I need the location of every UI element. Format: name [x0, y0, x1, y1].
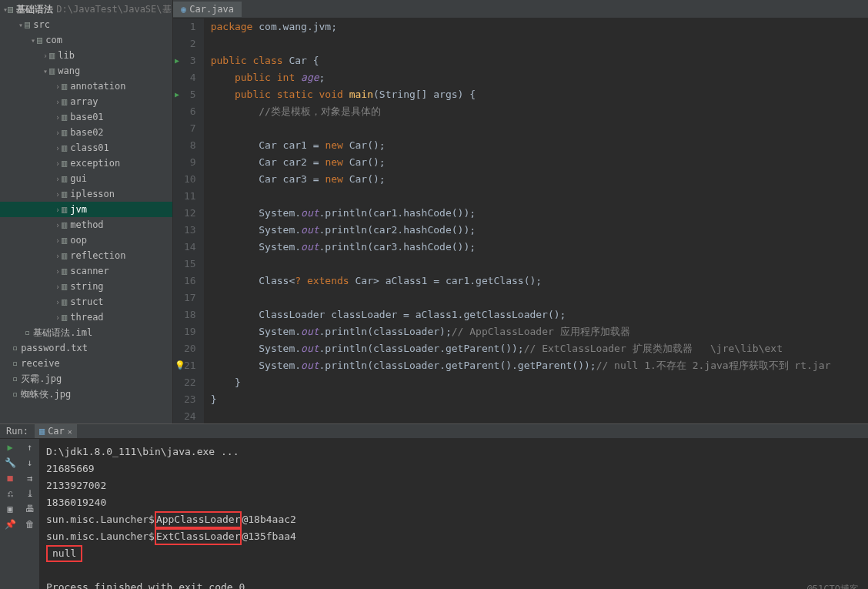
- tree-item-lib[interactable]: ›▥lib: [0, 48, 172, 63]
- code-line[interactable]: System.out.println(car1.hashCode());: [211, 205, 862, 222]
- softwrap-icon[interactable]: ⇉: [27, 473, 32, 484]
- console-text: @18b4aac2: [242, 514, 295, 525]
- run-header: Run: ▦ Car ✕: [0, 424, 868, 439]
- project-root[interactable]: ▾▤基础语法D:\JavaTest\JavaSE\基: [0, 2, 172, 17]
- code-line[interactable]: System.out.println(classLoader);// AppCl…: [211, 323, 862, 340]
- tree-item-receive[interactable]: ▫receive: [0, 356, 172, 371]
- console-line: 2133927002: [46, 480, 106, 491]
- code-line[interactable]: public static void main(String[] args) {: [211, 86, 862, 103]
- tree-item-password.txt[interactable]: ▫password.txt: [0, 340, 172, 356]
- code-line[interactable]: [211, 256, 862, 273]
- gutter-line: 6: [184, 103, 196, 120]
- highlight-appclassloader: AppClassLoader: [155, 511, 242, 528]
- tree-item-class01[interactable]: ›▥class01: [0, 140, 172, 156]
- code-line[interactable]: package com.wang.jvm;: [211, 18, 862, 35]
- tree-item-method[interactable]: ›▥method: [0, 217, 172, 233]
- clear-icon[interactable]: 🗑: [25, 519, 35, 530]
- run-gutter-icon[interactable]: ▶: [175, 86, 179, 103]
- tree-item-base01[interactable]: ›▥base01: [0, 109, 172, 125]
- up-icon[interactable]: ↑: [27, 442, 32, 453]
- code-line[interactable]: ClassLoader classLoader = aClass1.getCla…: [211, 306, 862, 323]
- run-tab[interactable]: ▦ Car ✕: [35, 424, 77, 438]
- scroll-icon[interactable]: ⤓: [26, 488, 34, 499]
- run-panel: Run: ▦ Car ✕ ▶ 🔧 ■ ⎌ ▣ 📌 ↑ ↓ ⇉ ⤓ 🖶 🗑 D:\…: [0, 423, 868, 589]
- tree-item-exception[interactable]: ›▥exception: [0, 156, 172, 171]
- console-line: 1836019240: [46, 497, 106, 508]
- tree-item-gui[interactable]: ›▥gui: [0, 171, 172, 186]
- tree-item-基础语法.iml[interactable]: ▫基础语法.iml: [0, 325, 172, 340]
- pin-icon[interactable]: 📌: [5, 519, 16, 530]
- tree-item-oop[interactable]: ›▥oop: [0, 233, 172, 248]
- code-line[interactable]: [211, 35, 862, 52]
- code-line[interactable]: Car car3 = new Car();: [211, 171, 862, 188]
- tree-item-灭霸.jpg[interactable]: ▫灭霸.jpg: [0, 371, 172, 387]
- main-area: ▾▤基础语法D:\JavaTest\JavaSE\基▾▤src▾▤com›▥li…: [0, 0, 868, 423]
- code-content[interactable]: package com.wang.jvm;public class Car { …: [205, 18, 868, 423]
- tree-item-array[interactable]: ›▥array: [0, 94, 172, 109]
- run-body: ▶ 🔧 ■ ⎌ ▣ 📌 ↑ ↓ ⇉ ⤓ 🖶 🗑 D:\jdk1.8.0_111\…: [0, 439, 868, 589]
- highlight-extclassloader: ExtClassLoader: [155, 528, 242, 545]
- rerun-icon[interactable]: ▶: [7, 442, 12, 453]
- code-line[interactable]: public int age;: [211, 69, 862, 86]
- gutter-line: 10: [184, 171, 196, 188]
- tree-item-wang[interactable]: ▾▥wang: [0, 63, 172, 79]
- gutter-line: 12: [184, 205, 196, 222]
- editor-tab-car[interactable]: ◉ Car.java: [173, 2, 242, 17]
- console-line: Process finished with exit code 0: [46, 581, 245, 589]
- gutter-line: 1: [184, 18, 196, 35]
- code-line[interactable]: //类是模板，对象是具体的: [211, 103, 862, 120]
- console-output[interactable]: D:\jdk1.8.0_111\bin\java.exe ... 2168566…: [40, 439, 868, 589]
- tree-item-string[interactable]: ›▥string: [0, 279, 172, 294]
- run-gutter-icon[interactable]: ▶: [175, 52, 179, 69]
- tree-item-蜘蛛侠.jpg[interactable]: ▫蜘蛛侠.jpg: [0, 387, 172, 402]
- tree-item-base02[interactable]: ›▥base02: [0, 125, 172, 140]
- code-line[interactable]: }: [211, 374, 862, 391]
- gutter-line: 20: [184, 340, 196, 357]
- dump-icon[interactable]: ⎌: [8, 488, 13, 499]
- layout-icon[interactable]: ▣: [7, 504, 12, 514]
- down-icon[interactable]: ↓: [27, 457, 32, 468]
- code-line[interactable]: System.out.println(classLoader.getParent…: [211, 340, 862, 357]
- code-line[interactable]: }: [211, 391, 862, 408]
- bulb-icon[interactable]: 💡: [175, 357, 185, 374]
- tree-item-struct[interactable]: ›▥struct: [0, 294, 172, 310]
- code-line[interactable]: [211, 188, 862, 205]
- code-line[interactable]: [211, 289, 862, 306]
- tree-item-annotation[interactable]: ›▥annotation: [0, 79, 172, 94]
- run-tools-left2: ↑ ↓ ⇉ ⤓ 🖶 🗑: [20, 439, 40, 589]
- wrench-icon[interactable]: 🔧: [5, 457, 16, 468]
- tree-item-iplesson[interactable]: ›▥iplesson: [0, 186, 172, 202]
- print-icon[interactable]: 🖶: [25, 504, 35, 514]
- console-line: D:\jdk1.8.0_111\bin\java.exe ...: [46, 446, 239, 457]
- tree-item-thread[interactable]: ›▥thread: [0, 310, 172, 325]
- tree-item-src[interactable]: ▾▤src: [0, 17, 172, 32]
- gutter-line: 7: [184, 120, 196, 137]
- code-line[interactable]: [211, 408, 862, 423]
- code-line[interactable]: Car car1 = new Car();: [211, 137, 862, 154]
- tree-item-jvm[interactable]: ›▥jvm: [0, 202, 172, 217]
- code-line[interactable]: Car car2 = new Car();: [211, 154, 862, 171]
- run-config-icon: ▦: [39, 426, 45, 437]
- console-text: sun.misc.Launcher$: [46, 530, 155, 542]
- gutter-line: 💡21: [184, 357, 196, 374]
- code-line[interactable]: System.out.println(car2.hashCode());: [211, 222, 862, 239]
- project-tree[interactable]: ▾▤基础语法D:\JavaTest\JavaSE\基▾▤src▾▤com›▥li…: [0, 0, 172, 423]
- code-line[interactable]: Class<? extends Car> aClass1 = car1.getC…: [211, 273, 862, 289]
- tree-item-scanner[interactable]: ›▥scanner: [0, 263, 172, 279]
- stop-icon[interactable]: ■: [7, 473, 12, 484]
- close-icon[interactable]: ✕: [68, 427, 72, 436]
- tree-item-reflection[interactable]: ›▥reflection: [0, 248, 172, 263]
- editor-area: ◉ Car.java 12▶34▶56789101112131415161718…: [173, 0, 868, 423]
- gutter-line: 11: [184, 188, 196, 205]
- gutter-line: 18: [184, 306, 196, 323]
- code-line[interactable]: System.out.println(car3.hashCode());: [211, 239, 862, 256]
- gutter-line: 24: [184, 408, 196, 423]
- code-editor[interactable]: 12▶34▶567891011121314151617181920💡212223…: [173, 18, 868, 423]
- gutter-line: 19: [184, 323, 196, 340]
- code-line[interactable]: public class Car {: [211, 52, 862, 69]
- tree-item-com[interactable]: ▾▤com: [0, 32, 172, 48]
- code-line[interactable]: System.out.println(classLoader.getParent…: [211, 357, 862, 374]
- code-line[interactable]: [211, 120, 862, 137]
- console-line: 21685669: [46, 463, 95, 474]
- gutter-line: ▶3: [184, 52, 196, 69]
